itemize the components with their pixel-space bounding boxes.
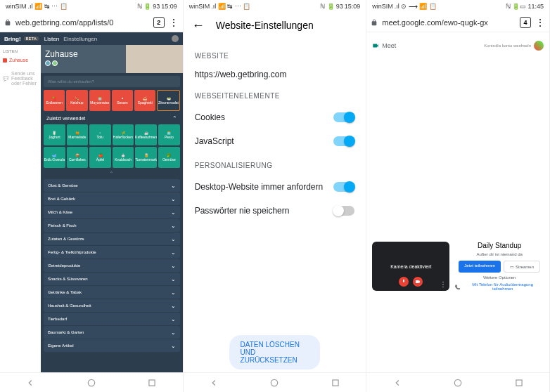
item-tile[interactable]: 🍾Ketchup [66,90,87,111]
bring-sidebar: LISTEN Zuhause 💬Sende uns Feedback oder … [0,45,41,372]
user-avatar[interactable] [52,60,58,66]
user-avatar[interactable] [45,60,51,66]
recent-icon[interactable] [514,378,524,388]
more-options[interactable]: Weitere Optionen [455,275,544,280]
reset-button[interactable]: DATEN LÖSCHEN UND ZURÜCKSETZEN [229,335,321,370]
toggle-desktop[interactable] [333,182,354,192]
setting-cookies[interactable]: Cookies [195,105,355,129]
camera-button[interactable] [413,277,423,287]
signal-icons: .ıl 📶 ↹ ⋯ 📋 [211,3,250,10]
toggle-password[interactable] [333,206,354,216]
item-tile[interactable]: ▫Tofu [89,124,111,145]
item-tile[interactable]: 🥛Joghurt [44,124,65,145]
item-tile[interactable]: 📦Cornflakes [67,147,89,168]
category-row[interactable]: Getränke & Tabak⌄ [44,286,180,299]
home-icon[interactable] [453,378,463,388]
setting-desktop[interactable]: Desktop-Website immer anfordern [195,175,355,199]
item-tile[interactable]: 🫙Mayonnaise [89,90,110,111]
item-tile[interactable]: ⚬Sesam [112,90,133,111]
present-icon: ▭ [510,264,514,269]
clock: 15:09 [345,3,361,10]
item-tile[interactable]: ☕Kaffeebohnen [135,124,157,145]
category-label: Obst & Gemüse [48,183,78,188]
category-row[interactable]: Zutaten & Gewürze⌄ [44,233,180,245]
category-label: Zutaten & Gewürze [48,237,84,241]
recent-icon[interactable] [331,378,340,388]
home-icon[interactable] [269,378,279,388]
section-personal: PERSONALISIERUNG [195,162,355,169]
phone-join-link[interactable]: 📞Mit Telefon für Audioübertragung teilne… [455,282,544,291]
back-icon[interactable] [209,378,219,388]
tab-switcher[interactable]: 2 [153,17,165,28]
item-tile[interactable]: 🍎Äpfel [89,147,111,168]
svg-point-2 [271,379,278,386]
join-button[interactable]: Jetzt teilnehmen [459,261,501,273]
item-tile[interactable]: 🍝Spaghetti [134,90,155,111]
meet-logo: Meet [372,42,396,49]
category-row[interactable]: Haushalt & Gesundheit⌄ [44,299,180,312]
recent-header[interactable]: Zuletzt verwendet⌃ [41,112,183,124]
sidebar-feedback[interactable]: 💬Sende uns Feedback oder Fehler [3,70,38,87]
home-icon[interactable] [87,378,96,388]
item-tile[interactable]: 🌾Haferflocken [113,124,134,145]
chat-icon: 💬 [3,76,9,81]
carrier: winSIM [6,3,27,10]
meeting-subtitle: Außer dir ist niemand da [455,252,544,256]
item-tile[interactable]: 🫙Pesto [158,124,180,145]
setting-javascript[interactable]: JavaScript [195,129,355,153]
item-tile[interactable]: 🥫Tomatenmark [135,147,157,168]
phone-2-settings: winSIM.ıl 📶 ↹ ⋯ 📋 ℕ 🔋9315:09 ← Website-E… [184,0,367,392]
item-tile[interactable]: 🥦Gemüse [158,147,180,168]
svg-point-0 [88,379,94,386]
toggle-cookies[interactable] [333,112,354,122]
present-button[interactable]: ▭Streamen [504,261,540,273]
sidebar-item-zuhause[interactable]: Zuhause [3,56,38,64]
mic-button[interactable] [399,277,409,287]
section-elements: WEBSEITENELEMENTE [195,92,355,100]
url-bar[interactable]: meet.google.com/ewo-qugk-gx 4 ⋮ [366,13,549,32]
svg-rect-1 [149,379,155,385]
item-tile[interactable]: 🥗Zitronensalat [157,90,179,111]
category-row[interactable]: Eigene Artikel⌄ [44,339,180,352]
item-tile[interactable]: 🍓Erdbeeren [44,90,65,111]
meeting-info: Daily Standup Außer dir ist niemand da J… [455,242,544,291]
avatar[interactable] [534,41,544,51]
video-menu-icon[interactable]: ⋮ [440,280,447,288]
avatar[interactable] [172,35,179,42]
toggle-javascript[interactable] [333,136,354,146]
chevron-up-icon[interactable]: ⌃ [41,169,183,178]
signal-icons: .ıl 📶 ↹ ⋯ 📋 [28,3,68,10]
category-row[interactable]: Obst & Gemüse⌄ [44,179,180,192]
nfc-icon: ℕ [137,3,142,10]
category-row[interactable]: Fleisch & Fisch⌄ [44,219,180,232]
sidebar-heading: LISTEN [3,49,38,53]
category-row[interactable]: Snacks & Süsswaren⌄ [44,273,180,285]
setting-password[interactable]: Passwörter nie speichern [195,199,355,223]
category-row[interactable]: Brot & Gebäck⌄ [44,192,180,205]
url-bar[interactable]: web.getbring.com/app/lists/0 2 ⋮ [0,13,183,32]
recent-icon[interactable] [147,378,157,388]
item-tile[interactable]: 🥣Erdb.Granola [44,147,65,168]
category-row[interactable]: Tierbedarf⌄ [44,313,180,325]
search-input[interactable]: Was willst du einkaufen? [44,76,180,87]
clock: 11:45 [527,3,544,10]
tab-einstellungen[interactable]: Einstellungen [63,36,97,42]
item-tile[interactable]: 🧄Knoblauch [113,147,134,168]
category-row[interactable]: Baumarkt & Garten⌄ [44,326,180,339]
category-row[interactable]: Fertig- & Tiefkühlprodukte⌄ [44,246,180,259]
beta-badge: BETA [24,37,39,41]
item-tile[interactable]: 🍯Marmelade [67,124,89,145]
meet-header: Meet Kontrolla konto wechseln [372,38,544,53]
back-arrow-icon[interactable]: ← [192,18,205,33]
back-icon[interactable] [25,378,35,388]
phone-icon: 📞 [455,285,460,289]
category-row[interactable]: Getreideprodukte⌄ [44,259,180,272]
section-website: WEBSITE [195,52,355,60]
back-icon[interactable] [392,378,402,388]
account-switcher[interactable]: Kontrolla konto wechseln [484,44,531,48]
nfc-icon: ℕ 🔋 [320,3,335,10]
category-row[interactable]: Milch & Käse⌄ [44,206,180,218]
tab-listen[interactable]: Listen [44,36,59,42]
url-text: web.getbring.com/app/lists/0 [15,18,149,27]
tab-switcher[interactable]: 4 [520,17,531,28]
